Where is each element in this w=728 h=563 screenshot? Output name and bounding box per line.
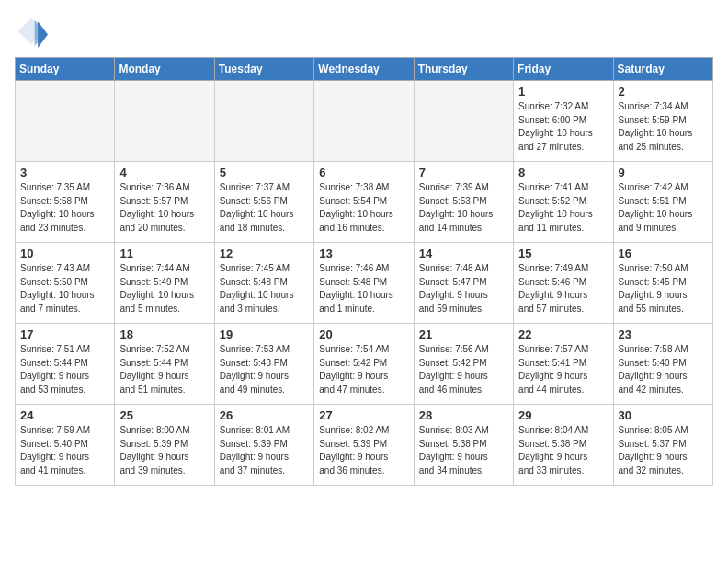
day-info: Sunrise: 8:01 AM Sunset: 5:39 PM Dayligh… (220, 424, 309, 477)
day-info: Sunrise: 7:50 AM Sunset: 5:45 PM Dayligh… (619, 262, 708, 316)
calendar-week-row: 10Sunrise: 7:43 AM Sunset: 5:50 PM Dayli… (16, 243, 713, 324)
day-info: Sunrise: 7:45 AM Sunset: 5:48 PM Dayligh… (220, 262, 309, 316)
day-number: 19 (220, 327, 309, 341)
calendar-day-cell: 30Sunrise: 8:05 AM Sunset: 5:37 PM Dayli… (613, 405, 712, 486)
day-info: Sunrise: 7:36 AM Sunset: 5:57 PM Dayligh… (119, 181, 209, 235)
day-number: 22 (518, 327, 608, 341)
calendar-day-cell: 6Sunrise: 7:38 AM Sunset: 5:54 PM Daylig… (314, 162, 414, 243)
day-number: 20 (319, 327, 408, 341)
day-number: 29 (518, 408, 608, 422)
weekday-header-tuesday: Tuesday (214, 58, 313, 81)
day-number: 18 (119, 327, 209, 341)
calendar-day-cell: 10Sunrise: 7:43 AM Sunset: 5:50 PM Dayli… (16, 243, 115, 324)
day-number: 16 (619, 247, 708, 260)
calendar-day-cell: 1Sunrise: 7:32 AM Sunset: 6:00 PM Daylig… (514, 81, 613, 162)
weekday-header-thursday: Thursday (414, 58, 513, 81)
day-info: Sunrise: 7:46 AM Sunset: 5:48 PM Dayligh… (319, 262, 408, 316)
calendar-day-cell (214, 81, 313, 162)
calendar-table: SundayMondayTuesdayWednesdayThursdayFrid… (15, 57, 713, 486)
calendar-day-cell: 14Sunrise: 7:48 AM Sunset: 5:47 PM Dayli… (414, 243, 513, 324)
calendar-day-cell: 11Sunrise: 7:44 AM Sunset: 5:49 PM Dayli… (115, 243, 214, 324)
calendar-day-cell: 20Sunrise: 7:54 AM Sunset: 5:42 PM Dayli… (314, 324, 414, 405)
calendar-week-row: 17Sunrise: 7:51 AM Sunset: 5:44 PM Dayli… (16, 324, 713, 405)
calendar-day-cell: 13Sunrise: 7:46 AM Sunset: 5:48 PM Dayli… (314, 243, 414, 324)
calendar-day-cell: 15Sunrise: 7:49 AM Sunset: 5:46 PM Dayli… (514, 243, 613, 324)
day-number: 13 (319, 247, 408, 260)
day-number: 3 (20, 166, 109, 179)
day-info: Sunrise: 7:44 AM Sunset: 5:49 PM Dayligh… (119, 262, 209, 316)
day-number: 25 (119, 408, 209, 422)
calendar-day-cell (314, 81, 414, 162)
day-number: 21 (419, 327, 508, 341)
day-info: Sunrise: 8:04 AM Sunset: 5:38 PM Dayligh… (518, 424, 608, 477)
day-number: 6 (319, 166, 408, 179)
calendar-day-cell: 21Sunrise: 7:56 AM Sunset: 5:42 PM Dayli… (414, 324, 513, 405)
day-info: Sunrise: 8:05 AM Sunset: 5:37 PM Dayligh… (619, 424, 708, 477)
calendar-day-cell: 4Sunrise: 7:36 AM Sunset: 5:57 PM Daylig… (115, 162, 214, 243)
calendar-day-cell: 25Sunrise: 8:00 AM Sunset: 5:39 PM Dayli… (115, 405, 214, 486)
day-info: Sunrise: 7:41 AM Sunset: 5:52 PM Dayligh… (518, 181, 608, 235)
day-number: 8 (518, 166, 608, 179)
calendar-week-row: 3Sunrise: 7:35 AM Sunset: 5:58 PM Daylig… (16, 162, 713, 243)
day-number: 2 (619, 85, 708, 98)
day-number: 9 (619, 166, 708, 179)
page-header (15, 15, 713, 48)
logo-icon (15, 15, 48, 48)
calendar-day-cell: 9Sunrise: 7:42 AM Sunset: 5:51 PM Daylig… (613, 162, 712, 243)
day-info: Sunrise: 7:57 AM Sunset: 5:41 PM Dayligh… (518, 343, 608, 396)
day-info: Sunrise: 7:35 AM Sunset: 5:58 PM Dayligh… (20, 181, 109, 235)
day-number: 26 (220, 408, 309, 422)
day-number: 5 (220, 166, 309, 179)
calendar-day-cell: 19Sunrise: 7:53 AM Sunset: 5:43 PM Dayli… (214, 324, 313, 405)
calendar-day-cell: 27Sunrise: 8:02 AM Sunset: 5:39 PM Dayli… (314, 405, 414, 486)
calendar-day-cell: 28Sunrise: 8:03 AM Sunset: 5:38 PM Dayli… (414, 405, 513, 486)
day-info: Sunrise: 8:00 AM Sunset: 5:39 PM Dayligh… (119, 424, 209, 477)
day-info: Sunrise: 7:34 AM Sunset: 5:59 PM Dayligh… (619, 100, 708, 154)
day-info: Sunrise: 7:58 AM Sunset: 5:40 PM Dayligh… (619, 343, 708, 396)
day-number: 7 (419, 166, 508, 179)
calendar-day-cell: 7Sunrise: 7:39 AM Sunset: 5:53 PM Daylig… (414, 162, 513, 243)
day-info: Sunrise: 7:42 AM Sunset: 5:51 PM Dayligh… (619, 181, 708, 235)
day-number: 17 (20, 327, 109, 341)
logo (15, 15, 53, 48)
calendar-week-row: 1Sunrise: 7:32 AM Sunset: 6:00 PM Daylig… (16, 81, 713, 162)
day-info: Sunrise: 8:02 AM Sunset: 5:39 PM Dayligh… (319, 424, 408, 477)
day-number: 30 (619, 408, 708, 422)
day-info: Sunrise: 7:49 AM Sunset: 5:46 PM Dayligh… (518, 262, 608, 316)
calendar-day-cell: 8Sunrise: 7:41 AM Sunset: 5:52 PM Daylig… (514, 162, 613, 243)
calendar-day-cell: 2Sunrise: 7:34 AM Sunset: 5:59 PM Daylig… (613, 81, 712, 162)
calendar-day-cell: 24Sunrise: 7:59 AM Sunset: 5:40 PM Dayli… (16, 405, 115, 486)
day-info: Sunrise: 7:43 AM Sunset: 5:50 PM Dayligh… (20, 262, 109, 316)
day-number: 14 (419, 247, 508, 260)
calendar-day-cell: 29Sunrise: 8:04 AM Sunset: 5:38 PM Dayli… (514, 405, 613, 486)
calendar-day-cell (115, 81, 214, 162)
day-number: 15 (518, 247, 608, 260)
day-info: Sunrise: 7:48 AM Sunset: 5:47 PM Dayligh… (419, 262, 508, 316)
calendar-day-cell: 5Sunrise: 7:37 AM Sunset: 5:56 PM Daylig… (214, 162, 313, 243)
calendar-day-cell: 23Sunrise: 7:58 AM Sunset: 5:40 PM Dayli… (613, 324, 712, 405)
weekday-header-sunday: Sunday (16, 58, 115, 81)
day-info: Sunrise: 7:51 AM Sunset: 5:44 PM Dayligh… (20, 343, 109, 396)
weekday-header-monday: Monday (115, 58, 214, 81)
calendar-day-cell (16, 81, 115, 162)
day-info: Sunrise: 8:03 AM Sunset: 5:38 PM Dayligh… (419, 424, 508, 477)
day-info: Sunrise: 7:39 AM Sunset: 5:53 PM Dayligh… (419, 181, 508, 235)
day-number: 23 (619, 327, 708, 341)
weekday-header-wednesday: Wednesday (314, 58, 414, 81)
day-number: 1 (518, 85, 608, 98)
calendar-day-cell: 17Sunrise: 7:51 AM Sunset: 5:44 PM Dayli… (16, 324, 115, 405)
day-number: 28 (419, 408, 508, 422)
svg-marker-2 (38, 21, 48, 48)
day-number: 10 (20, 247, 109, 260)
calendar-day-cell: 12Sunrise: 7:45 AM Sunset: 5:48 PM Dayli… (214, 243, 313, 324)
day-info: Sunrise: 7:59 AM Sunset: 5:40 PM Dayligh… (20, 424, 109, 477)
day-number: 11 (119, 247, 209, 260)
day-info: Sunrise: 7:54 AM Sunset: 5:42 PM Dayligh… (319, 343, 408, 396)
calendar-week-row: 24Sunrise: 7:59 AM Sunset: 5:40 PM Dayli… (16, 405, 713, 486)
day-number: 12 (220, 247, 309, 260)
day-info: Sunrise: 7:52 AM Sunset: 5:44 PM Dayligh… (119, 343, 209, 396)
day-info: Sunrise: 7:37 AM Sunset: 5:56 PM Dayligh… (220, 181, 309, 235)
day-number: 4 (119, 166, 209, 179)
day-info: Sunrise: 7:32 AM Sunset: 6:00 PM Dayligh… (518, 100, 608, 154)
day-number: 27 (319, 408, 408, 422)
